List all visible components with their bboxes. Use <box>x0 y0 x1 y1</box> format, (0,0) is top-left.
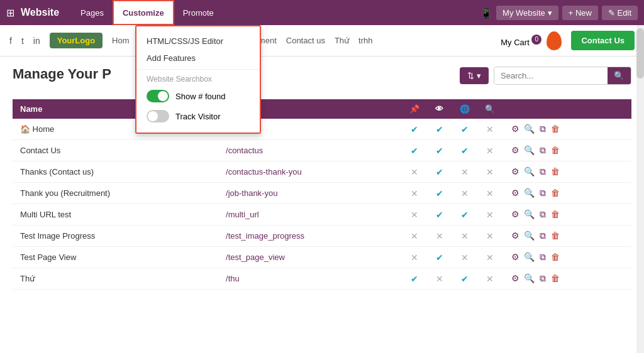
row-visible: ✔ <box>427 119 452 140</box>
row-indexed: ✕ <box>477 268 502 290</box>
x-icon: ✕ <box>486 210 494 220</box>
col-pin: 📌 <box>402 99 427 119</box>
copy-icon[interactable]: ⧉ <box>540 209 546 219</box>
search-action-icon[interactable]: 🔍 <box>524 252 535 262</box>
delete-icon[interactable]: 🗑 <box>551 124 560 134</box>
delete-icon[interactable]: 🗑 <box>551 273 560 283</box>
copy-icon[interactable]: ⧉ <box>540 145 546 155</box>
x-icon: ✕ <box>486 167 494 177</box>
x-icon: ✕ <box>461 167 469 177</box>
check-icon: ✔ <box>436 253 443 263</box>
cart-button[interactable]: My Cart 0 <box>501 35 541 47</box>
settings-icon[interactable]: ⚙ <box>511 166 519 176</box>
row-actions: ⚙ 🔍 ⧉ 🗑 <box>502 183 631 204</box>
settings-icon[interactable]: ⚙ <box>511 273 519 283</box>
twitter-icon[interactable]: t <box>21 36 24 46</box>
copy-icon[interactable]: ⧉ <box>540 252 546 262</box>
copy-icon[interactable]: ⧉ <box>540 124 546 134</box>
sort-button[interactable]: ⇅ ▾ <box>460 67 489 84</box>
instagram-icon[interactable]: in <box>33 36 40 46</box>
row-indexed: ✕ <box>477 183 502 204</box>
row-url: /thu <box>218 268 402 290</box>
delete-icon[interactable]: 🗑 <box>551 231 560 241</box>
table-row: 🏠 Home / ✔ ✔ ✔ ✕ ⚙ 🔍 ⧉ 🗑 <box>13 119 631 140</box>
brand-drop-icon[interactable] <box>547 31 562 50</box>
site-logo[interactable]: YourLogo <box>50 33 103 48</box>
check-icon: ✔ <box>436 188 443 198</box>
nav-customize[interactable]: Customize <box>113 0 174 25</box>
html-css-editor-item[interactable]: HTML/CSS/JS Editor <box>136 33 260 50</box>
show-found-toggle[interactable] <box>147 90 169 102</box>
top-navigation: ⊞ Website Pages Customize Promote 📱 My W… <box>0 0 644 25</box>
settings-icon[interactable]: ⚙ <box>511 252 519 262</box>
nav-pages[interactable]: Pages <box>72 0 113 25</box>
contact-us-button[interactable]: Contact Us <box>571 31 635 50</box>
table-row: Thanks (Contact us) /contactus-thank-you… <box>13 161 631 183</box>
search-button[interactable]: 🔍 <box>608 67 631 84</box>
settings-icon[interactable]: ⚙ <box>511 145 519 155</box>
scrollbar-thumb[interactable] <box>636 28 644 79</box>
main-content: Manage Your P ⇅ ▾ 🔍 Name 📌 👁 🌐 🔍 <box>0 57 644 299</box>
site-nav-contact[interactable]: Contact us <box>286 36 325 45</box>
col-visible: 👁 <box>427 99 452 119</box>
add-features-item[interactable]: Add Features <box>136 50 260 67</box>
track-visitor-toggle-row: Track Visitor <box>136 106 260 126</box>
track-visitor-toggle[interactable] <box>147 110 169 122</box>
copy-icon[interactable]: ⧉ <box>540 166 546 176</box>
row-pin: ✔ <box>402 140 427 161</box>
x-icon: ✕ <box>411 167 418 177</box>
settings-icon[interactable]: ⚙ <box>511 124 519 134</box>
row-name: Thanks (Contact us) <box>13 161 218 183</box>
delete-icon[interactable]: 🗑 <box>551 209 560 219</box>
my-website-button[interactable]: My Website ▾ <box>496 6 558 20</box>
copy-icon[interactable]: ⧉ <box>540 231 546 241</box>
row-name: Thứ <box>13 268 218 290</box>
search-input[interactable] <box>494 67 608 84</box>
x-icon: ✕ <box>436 231 443 241</box>
customize-dropdown: HTML/CSS/JS Editor Add Features Website … <box>135 25 261 134</box>
scrollbar[interactable] <box>636 25 644 353</box>
copy-icon[interactable]: ⧉ <box>540 273 546 283</box>
facebook-icon[interactable]: f <box>9 36 12 46</box>
search-action-icon[interactable]: 🔍 <box>524 124 535 134</box>
delete-icon[interactable]: 🗑 <box>551 188 560 198</box>
row-name: Multi URL test <box>13 204 218 225</box>
settings-icon[interactable]: ⚙ <box>511 209 519 219</box>
row-actions: ⚙ 🔍 ⧉ 🗑 <box>502 161 631 183</box>
copy-icon[interactable]: ⧉ <box>540 188 546 198</box>
row-published: ✕ <box>452 247 477 268</box>
check-icon: ✔ <box>461 210 469 220</box>
delete-icon[interactable]: 🗑 <box>551 145 560 155</box>
new-button[interactable]: + New <box>562 6 598 20</box>
settings-icon[interactable]: ⚙ <box>511 231 519 241</box>
x-icon: ✕ <box>436 274 443 284</box>
show-found-toggle-row: Show # found <box>136 86 260 106</box>
delete-icon[interactable]: 🗑 <box>551 252 560 262</box>
search-action-icon[interactable]: 🔍 <box>524 188 535 198</box>
x-icon: ✕ <box>486 188 494 198</box>
search-action-icon[interactable]: 🔍 <box>524 273 535 283</box>
table-row: Test Image Progress /test_image_progress… <box>13 225 631 247</box>
grid-icon[interactable]: ⊞ <box>6 7 14 19</box>
search-action-icon[interactable]: 🔍 <box>524 166 535 176</box>
row-published: ✔ <box>452 268 477 290</box>
nav-promote[interactable]: Promote <box>174 0 223 25</box>
row-indexed: ✕ <box>477 140 502 161</box>
row-indexed: ✕ <box>477 225 502 247</box>
site-nav-thu[interactable]: Thứ <box>335 36 349 45</box>
show-found-label: Show # found <box>175 92 226 101</box>
row-pin: ✔ <box>402 268 427 290</box>
row-name: Contact Us <box>13 140 218 161</box>
row-name: Thank you (Recruitment) <box>13 183 218 204</box>
site-nav-trhh[interactable]: trhh <box>358 36 372 45</box>
search-action-icon[interactable]: 🔍 <box>524 231 535 241</box>
x-icon: ✕ <box>461 253 469 263</box>
search-action-icon[interactable]: 🔍 <box>524 209 535 219</box>
delete-icon[interactable]: 🗑 <box>551 166 560 176</box>
edit-button[interactable]: ✎ Edit <box>602 6 638 20</box>
settings-icon[interactable]: ⚙ <box>511 188 519 198</box>
row-pin: ✕ <box>402 161 427 183</box>
mobile-icon[interactable]: 📱 <box>480 7 492 19</box>
site-nav-home[interactable]: Hom <box>112 36 129 45</box>
search-action-icon[interactable]: 🔍 <box>524 145 535 155</box>
